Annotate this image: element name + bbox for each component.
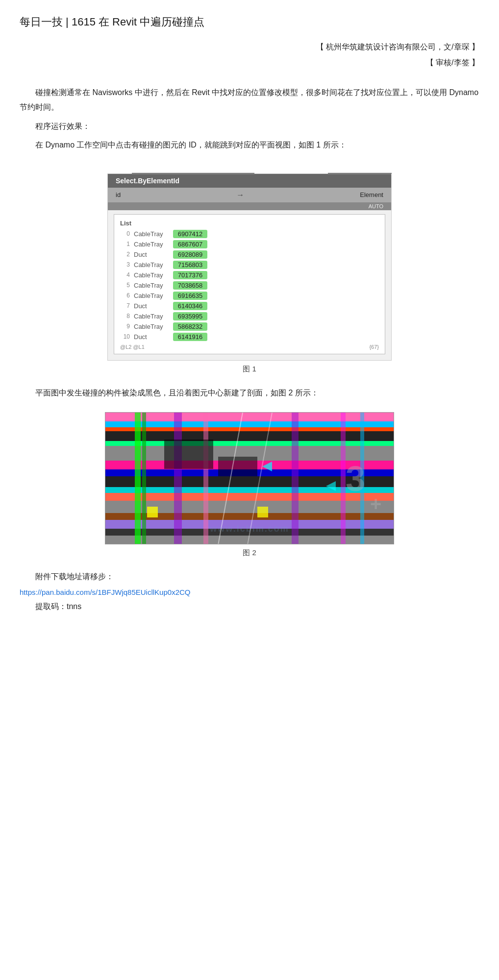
- list-item-index: 6: [120, 292, 130, 299]
- svg-rect-21: [174, 413, 182, 544]
- figure1-container: Select.ByElementId id → Element AUTO Lis…: [20, 165, 479, 374]
- list-item[interactable]: 4 CableTray 7017376: [114, 270, 385, 280]
- revit-svg: 3 +: [105, 413, 394, 544]
- dynamo-node-title: Select.ByElementId: [116, 177, 179, 185]
- list-item-index: 7: [120, 302, 130, 309]
- list-header: List: [114, 219, 385, 229]
- svg-rect-19: [135, 413, 141, 544]
- body-para2-label: 程序运行效果：: [20, 119, 479, 134]
- svg-rect-20: [142, 413, 146, 544]
- list-item-type: CableTray: [134, 261, 173, 269]
- svg-rect-35: [257, 507, 268, 517]
- dynamo-panel[interactable]: Select.ByElementId id → Element AUTO Lis…: [107, 173, 392, 361]
- list-item[interactable]: 2 Duct 6928089: [114, 249, 385, 260]
- list-item-id[interactable]: 7017376: [173, 271, 207, 279]
- list-item-id[interactable]: 6928089: [173, 250, 207, 259]
- dynamo-input-label: id: [116, 191, 121, 198]
- list-item-type: CableTray: [134, 271, 173, 279]
- svg-rect-6: [105, 431, 394, 441]
- svg-rect-3: [105, 413, 394, 421]
- svg-rect-34: [147, 507, 158, 517]
- list-footer-left: @L2 @L1: [120, 344, 145, 350]
- figure2-container: 3 + www.lcbim.com 图 2: [20, 412, 479, 558]
- list-item-id[interactable]: 6867607: [173, 240, 207, 248]
- dynamo-list-rows: 0 CableTray 6907412 1 CableTray 6867607 …: [114, 229, 385, 342]
- author-line2: 【 审核/李签 】: [20, 55, 479, 71]
- list-item-type: Duct: [134, 302, 173, 310]
- list-item[interactable]: 1 CableTray 6867607: [114, 239, 385, 249]
- page-title: 每日一技 | 1615 在 Revit 中遍历碰撞点: [20, 15, 479, 29]
- revit-view-image: 3 + www.lcbim.com: [105, 412, 394, 544]
- svg-rect-5: [105, 427, 394, 431]
- list-item-index: 3: [120, 261, 130, 268]
- list-item[interactable]: 9 CableTray 5868232: [114, 321, 385, 332]
- list-item[interactable]: 3 CableTray 7156803: [114, 260, 385, 270]
- list-item-type: CableTray: [134, 282, 173, 289]
- list-item[interactable]: 0 CableTray 6907412: [114, 229, 385, 239]
- list-item-id[interactable]: 6140346: [173, 302, 207, 310]
- list-item-id[interactable]: 6916635: [173, 292, 207, 300]
- list-item-type: CableTray: [134, 230, 173, 238]
- author-line1: 【 杭州华筑建筑设计咨询有限公司，文/章琛 】: [20, 39, 479, 55]
- dynamo-node-header: Select.ByElementId: [108, 174, 391, 188]
- svg-rect-23: [292, 413, 299, 544]
- list-item-id[interactable]: 7038658: [173, 281, 207, 290]
- list-footer: @L2 @L1 {67}: [114, 342, 385, 350]
- list-item[interactable]: 6 CableTray 6916635: [114, 291, 385, 301]
- svg-rect-7: [105, 441, 394, 446]
- svg-text:+: +: [370, 493, 381, 514]
- svg-rect-18: [105, 536, 394, 544]
- list-item-type: CableTray: [134, 241, 173, 248]
- list-item-type: Duct: [134, 333, 173, 341]
- dynamo-output-label: Element: [360, 191, 383, 198]
- svg-rect-16: [105, 520, 394, 529]
- list-item-index: 5: [120, 282, 130, 289]
- svg-rect-22: [203, 413, 208, 544]
- list-item-id[interactable]: 6907412: [173, 230, 207, 238]
- body-para3: 在 Dynamo 工作空间中点击有碰撞的图元的 ID，就能跳到对应的平面视图，如…: [20, 138, 479, 152]
- list-item-index: 9: [120, 323, 130, 330]
- list-footer-right: {67}: [369, 344, 379, 350]
- download-link[interactable]: https://pan.baidu.com/s/1BFJWjq85EUicllK…: [20, 588, 479, 596]
- dynamo-arrow-icon: →: [236, 191, 244, 199]
- author-block: 【 杭州华筑建筑设计咨询有限公司，文/章琛 】 【 审核/李签 】: [20, 39, 479, 71]
- svg-rect-4: [105, 421, 394, 427]
- list-item[interactable]: 10 Duct 6141916: [114, 332, 385, 342]
- dynamo-auto-label: AUTO: [108, 202, 391, 210]
- list-item-type: CableTray: [134, 292, 173, 299]
- svg-rect-24: [341, 413, 346, 544]
- svg-rect-27: [218, 457, 257, 476]
- body-para5: 附件下载地址请移步：: [20, 569, 479, 584]
- body-para4: 平面图中发生碰撞的构件被染成黑色，且沿着图元中心新建了剖面，如图 2 所示：: [20, 386, 479, 400]
- extract-code: 提取码：tnns: [20, 599, 479, 614]
- list-item-id[interactable]: 6935995: [173, 312, 207, 320]
- list-item-index: 4: [120, 271, 130, 278]
- list-item-id[interactable]: 5868232: [173, 322, 207, 331]
- fig1-caption: 图 1: [243, 365, 256, 374]
- list-item[interactable]: 7 Duct 6140346: [114, 301, 385, 311]
- list-item-type: CableTray: [134, 313, 173, 320]
- body-para1: 碰撞检测通常在 Navisworks 中进行，然后在 Revit 中找对应的位置…: [20, 85, 479, 115]
- list-item-index: 8: [120, 313, 130, 319]
- list-item-id[interactable]: 6141916: [173, 333, 207, 341]
- list-item-type: Duct: [134, 251, 173, 258]
- list-item[interactable]: 8 CableTray 6935995: [114, 311, 385, 321]
- list-item-index: 2: [120, 251, 130, 258]
- svg-text:3: 3: [346, 459, 365, 498]
- list-item-index: 10: [120, 333, 130, 340]
- connector-lines-top: [107, 165, 392, 174]
- dynamo-list-panel[interactable]: List 0 CableTray 6907412 1 CableTray 686…: [114, 214, 385, 354]
- list-item-type: CableTray: [134, 323, 173, 330]
- svg-rect-26: [164, 440, 213, 469]
- list-item-id[interactable]: 7156803: [173, 261, 207, 269]
- list-item-index: 1: [120, 241, 130, 247]
- list-item-index: 0: [120, 230, 130, 237]
- dynamo-io-row: id → Element: [108, 188, 391, 202]
- fig2-caption: 图 2: [243, 548, 256, 558]
- list-item[interactable]: 5 CableTray 7038658: [114, 280, 385, 291]
